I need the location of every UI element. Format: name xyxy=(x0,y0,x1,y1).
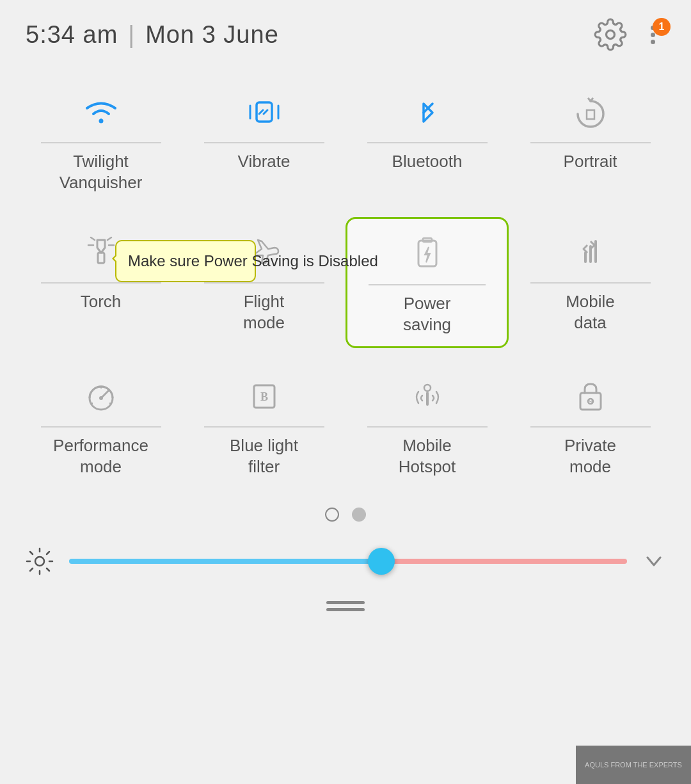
divider xyxy=(41,426,161,428)
qs-twilight-vanquisher[interactable]: TwilightVanquisher xyxy=(19,77,182,204)
vibrate-label: Vibrate xyxy=(238,151,290,173)
qs-power-saving[interactable]: Powersaving xyxy=(346,217,509,348)
divider xyxy=(41,282,161,284)
divider xyxy=(204,426,324,428)
qs-flight-mode[interactable]: Flightmode xyxy=(182,217,346,348)
qs-private-mode[interactable]: 9 Privatemode xyxy=(509,361,672,488)
brightness-slider[interactable] xyxy=(69,559,627,564)
blue-light-filter-label: Blue lightfilter xyxy=(230,435,298,479)
private-mode-label: Privatemode xyxy=(564,435,616,479)
power-saving-icon xyxy=(405,232,450,276)
vibrate-icon xyxy=(242,90,287,134)
date: Mon 3 June xyxy=(145,21,279,49)
page-dot-2[interactable] xyxy=(352,508,366,522)
divider xyxy=(204,142,324,143)
twilight-vanquisher-label: TwilightVanquisher xyxy=(60,151,143,195)
qs-performance-mode[interactable]: Performancemode xyxy=(19,361,182,488)
blue-light-filter-icon: B xyxy=(242,374,287,419)
divider xyxy=(530,426,651,428)
qs-vibrate[interactable]: Vibrate xyxy=(182,77,346,204)
wifi-icon xyxy=(79,90,123,134)
brightness-icon xyxy=(26,547,54,575)
svg-line-9 xyxy=(107,237,111,240)
svg-point-17 xyxy=(99,396,103,400)
svg-rect-7 xyxy=(98,253,104,263)
separator: | xyxy=(128,21,135,49)
status-bar: 5:34 am | Mon 3 June 1 xyxy=(0,0,691,64)
chevron-down-icon[interactable] xyxy=(642,550,665,573)
performance-mode-icon xyxy=(79,374,123,419)
svg-line-34 xyxy=(47,552,49,554)
qs-mobile-hotspot[interactable]: MobileHotspot xyxy=(346,361,509,488)
mobile-hotspot-icon xyxy=(405,374,450,419)
page-dot-1[interactable] xyxy=(325,508,339,522)
portrait-label: Portrait xyxy=(564,151,617,173)
brightness-control xyxy=(0,534,691,588)
svg-point-27 xyxy=(35,557,44,566)
bluetooth-icon xyxy=(405,90,450,134)
navigation-bar xyxy=(0,588,691,624)
page-indicator xyxy=(0,488,691,534)
performance-mode-label: Performancemode xyxy=(53,435,148,479)
row3-container: Performancemode B Blue lightfilter xyxy=(0,348,691,488)
row2-grid: Torch Flightmode Powersaving xyxy=(19,217,672,348)
settings-icon[interactable] xyxy=(594,18,627,51)
svg-line-8 xyxy=(91,237,95,240)
private-mode-icon: 9 xyxy=(568,374,613,419)
divider xyxy=(204,282,324,284)
divider xyxy=(369,284,486,285)
header-icons: 1 xyxy=(594,18,665,51)
row2-container: Torch Flightmode Powersaving xyxy=(0,217,691,348)
svg-line-35 xyxy=(30,568,33,571)
flight-mode-label: Flightmode xyxy=(243,291,285,335)
mobile-hotspot-label: MobileHotspot xyxy=(399,435,456,479)
power-saving-tooltip: Make sure Power Saving is Disabled xyxy=(115,240,256,282)
qs-blue-light-filter[interactable]: B Blue lightfilter xyxy=(182,361,346,488)
notification-count: 1 xyxy=(653,18,671,36)
row3-grid: Performancemode B Blue lightfilter xyxy=(19,361,672,488)
svg-line-3 xyxy=(259,110,263,114)
svg-point-1 xyxy=(99,119,103,124)
power-saving-label: Powersaving xyxy=(403,293,451,337)
svg-line-33 xyxy=(47,568,49,571)
row1-grid: TwilightVanquisher Vibrate Bluetooth xyxy=(0,64,691,217)
time-date: 5:34 am | Mon 3 June xyxy=(26,21,279,49)
portrait-rotate-icon xyxy=(568,90,613,134)
svg-line-32 xyxy=(30,552,33,554)
svg-line-4 xyxy=(264,110,267,114)
divider xyxy=(530,282,651,284)
watermark: AQULS FROM THE EXPERTS xyxy=(576,746,691,784)
time: 5:34 am xyxy=(26,21,118,49)
mobile-data-label: Mobiledata xyxy=(566,291,615,335)
divider xyxy=(41,142,161,143)
qs-bluetooth[interactable]: Bluetooth xyxy=(346,77,509,204)
divider xyxy=(367,426,488,428)
brightness-thumb[interactable] xyxy=(368,548,395,575)
nav-line-2 xyxy=(326,608,365,611)
torch-label: Torch xyxy=(81,291,122,313)
nav-line-1 xyxy=(326,601,365,604)
qs-portrait[interactable]: Portrait xyxy=(509,77,672,204)
bluetooth-label: Bluetooth xyxy=(392,151,463,173)
divider xyxy=(530,142,651,143)
svg-point-0 xyxy=(607,31,615,39)
svg-point-23 xyxy=(424,385,431,391)
divider xyxy=(367,142,488,143)
svg-text:B: B xyxy=(260,390,267,403)
qs-torch[interactable]: Torch xyxy=(19,217,182,348)
qs-mobile-data[interactable]: Mobiledata xyxy=(509,217,672,348)
mobile-data-icon xyxy=(568,230,613,275)
home-gesture-bar[interactable] xyxy=(326,601,365,611)
svg-text:9: 9 xyxy=(588,397,592,406)
notification-menu[interactable]: 1 xyxy=(640,18,665,51)
